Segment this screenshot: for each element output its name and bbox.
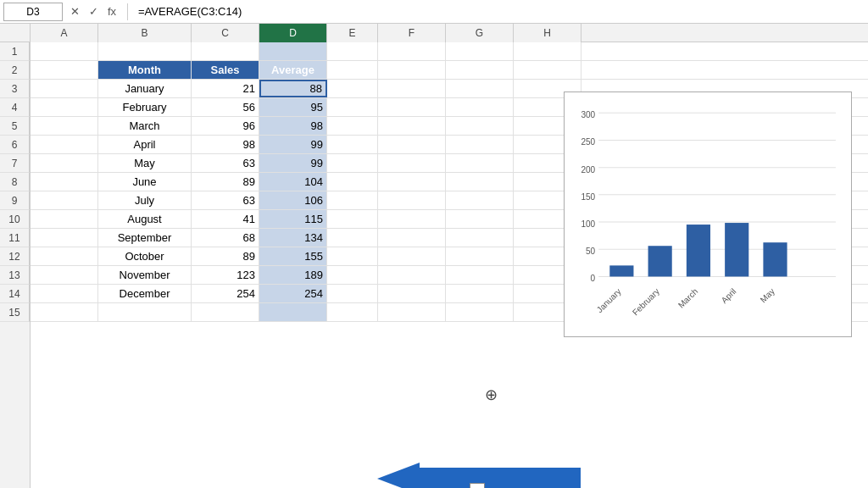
cell-d3[interactable]: 88 [259,80,327,97]
cell-g10[interactable] [446,210,514,228]
cell-d8[interactable]: 104 [259,173,327,191]
cell-d14[interactable]: 254 [259,285,327,302]
row-num-13[interactable]: 13 [0,266,30,285]
cell-g8[interactable] [446,173,514,191]
cell-c8[interactable]: 89 [192,173,259,191]
col-header-h[interactable]: H [514,24,581,42]
cell-d4[interactable]: 95 [259,98,327,116]
cell-d6[interactable]: 99 [259,136,327,153]
cell-c5[interactable]: 96 [192,117,259,135]
row-num-5[interactable]: 5 [0,117,30,136]
row-num-4[interactable]: 4 [0,98,30,117]
row-num-3[interactable]: 3 [0,80,30,98]
cell-e14[interactable] [327,285,378,302]
cell-b11[interactable]: September [98,229,192,247]
cell-b13[interactable]: November [98,266,192,284]
cell-g12[interactable] [446,247,514,265]
cell-f5[interactable] [378,117,446,135]
cell-g14[interactable] [446,285,514,302]
col-header-e[interactable]: E [327,24,378,42]
cell-b4[interactable]: February [98,98,192,116]
col-header-b[interactable]: B [98,24,192,42]
cell-e4[interactable] [327,98,378,116]
cell-f11[interactable] [378,229,446,247]
cell-c10[interactable]: 41 [192,210,259,228]
cell-b10[interactable]: August [98,210,192,228]
cell-d15[interactable] [259,303,327,321]
cell-e9[interactable] [327,191,378,209]
cell-d13[interactable]: 189 [259,266,327,284]
cell-a3[interactable] [31,80,98,97]
confirm-button[interactable]: ✓ [85,3,102,20]
cell-a2[interactable] [31,61,98,79]
cell-c7[interactable]: 63 [192,154,259,172]
cell-g4[interactable] [446,98,514,116]
cell-b3[interactable]: January [98,80,192,97]
col-header-g[interactable]: G [446,24,514,42]
cell-c9[interactable]: 63 [192,191,259,209]
cell-b12[interactable]: October [98,247,192,265]
cell-b8[interactable]: June [98,173,192,191]
cell-a12[interactable] [31,247,98,265]
row-num-6[interactable]: 6 [0,136,30,154]
cell-g13[interactable] [446,266,514,284]
cell-a11[interactable] [31,229,98,247]
cell-g3[interactable] [446,80,514,97]
cell-b5[interactable]: March [98,117,192,135]
cell-f12[interactable] [378,247,446,265]
cell-a15[interactable] [31,303,98,321]
cell-f6[interactable] [378,136,446,153]
cell-d10[interactable]: 115 [259,210,327,228]
cell-e15[interactable] [327,303,378,321]
cell-d9[interactable]: 106 [259,191,327,209]
cell-g6[interactable] [446,136,514,153]
cell-c2-header[interactable]: Sales [192,61,259,79]
row-num-1[interactable]: 1 [0,42,30,61]
cell-g7[interactable] [446,154,514,172]
cell-h1[interactable] [514,42,581,60]
cell-e1[interactable] [327,42,378,60]
col-header-f[interactable]: F [378,24,446,42]
cell-f2[interactable] [378,61,446,79]
cell-g5[interactable] [446,117,514,135]
cell-c15[interactable] [192,303,259,321]
cell-a6[interactable] [31,136,98,153]
cell-b14[interactable]: December [98,285,192,302]
cell-c12[interactable]: 89 [192,247,259,265]
cell-g15[interactable] [446,303,514,321]
cell-g11[interactable] [446,229,514,247]
cell-f4[interactable] [378,98,446,116]
row-num-8[interactable]: 8 [0,173,30,191]
col-header-d[interactable]: D [259,24,327,42]
paste-options-icon[interactable]: ▼ [470,483,485,488]
cell-c13[interactable]: 123 [192,266,259,284]
cell-d5[interactable]: 98 [259,117,327,135]
cell-f3[interactable] [378,80,446,97]
row-num-10[interactable]: 10 [0,210,30,229]
cell-e7[interactable] [327,154,378,172]
row-num-2[interactable]: 2 [0,61,30,80]
insert-function-button[interactable]: fx [103,3,120,20]
cell-e8[interactable] [327,173,378,191]
cell-b6[interactable]: April [98,136,192,153]
cell-b9[interactable]: July [98,191,192,209]
cell-b2-header[interactable]: Month [98,61,192,79]
cell-e5[interactable] [327,117,378,135]
row-num-7[interactable]: 7 [0,154,30,173]
col-header-c[interactable]: C [192,24,259,42]
cell-d12[interactable]: 155 [259,247,327,265]
cell-a10[interactable] [31,210,98,228]
row-num-9[interactable]: 9 [0,191,30,210]
cell-e13[interactable] [327,266,378,284]
cell-d7[interactable]: 99 [259,154,327,172]
formula-input[interactable] [135,3,865,21]
cell-f13[interactable] [378,266,446,284]
row-num-15[interactable]: 15 [0,303,30,322]
cell-d2-header[interactable]: Average [259,61,327,79]
cell-a4[interactable] [31,98,98,116]
cell-a7[interactable] [31,154,98,172]
col-header-a[interactable]: A [31,24,98,42]
cell-c1[interactable] [192,42,259,60]
cancel-button[interactable]: ✕ [66,3,83,20]
cell-g9[interactable] [446,191,514,209]
